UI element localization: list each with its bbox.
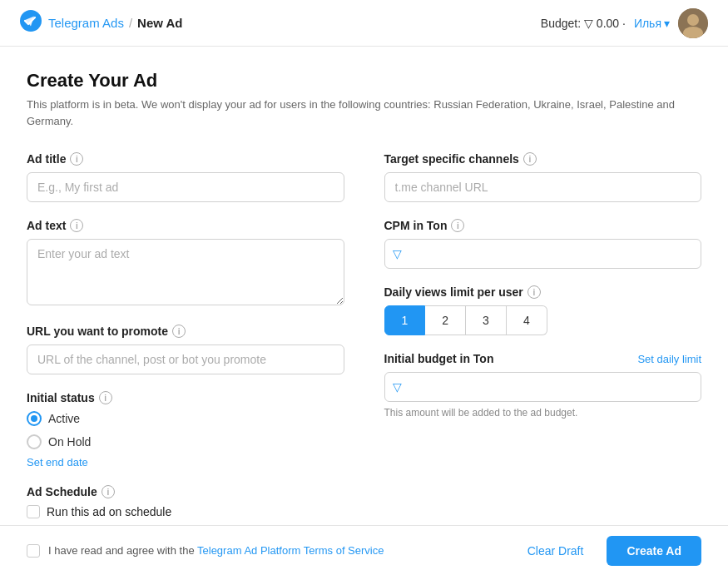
ad-title-label: Ad title i xyxy=(27,152,344,166)
header-right: Budget: ▽ 0.00 · Илья ▾ xyxy=(541,8,708,38)
daily-views-btn-4[interactable]: 4 xyxy=(507,305,547,335)
ad-title-group: Ad title i xyxy=(27,152,344,202)
ad-title-input[interactable] xyxy=(27,172,344,202)
initial-status-group: Initial status i Active On Hold Set end … xyxy=(27,391,344,468)
breadcrumb-link[interactable]: Telegram Ads xyxy=(48,16,124,30)
tos-checkbox[interactable] xyxy=(27,544,40,558)
status-radio-group: Active On Hold xyxy=(27,411,344,449)
schedule-checkbox-label: Run this ad on schedule xyxy=(47,505,171,518)
footer-right: Clear Draft Create Ad xyxy=(514,536,701,566)
cpm-label: CPM in Ton i xyxy=(384,219,702,232)
url-label: URL you want to promote i xyxy=(27,325,344,338)
budget-input-wrap: ▽ 0.00 xyxy=(384,372,702,402)
status-onhold-item[interactable]: On Hold xyxy=(27,434,344,449)
initial-status-info-icon[interactable]: i xyxy=(99,391,112,404)
budget-hint: This amount will be added to the ad budg… xyxy=(384,407,702,419)
form-grid: Ad title i Ad text i URL you want to pro… xyxy=(27,152,701,535)
status-active-radio[interactable] xyxy=(27,411,42,426)
ad-title-info-icon[interactable]: i xyxy=(70,152,83,166)
target-channels-info-icon[interactable]: i xyxy=(523,152,537,166)
budget-input[interactable]: 0.00 xyxy=(384,372,702,402)
user-avatar[interactable] xyxy=(678,8,708,38)
daily-views-info-icon[interactable]: i xyxy=(527,285,541,299)
daily-views-btn-2[interactable]: 2 xyxy=(425,305,466,335)
initial-budget-group: Initial budget in Ton Set daily limit ▽ … xyxy=(384,352,702,419)
schedule-checkbox[interactable] xyxy=(27,505,40,518)
set-daily-limit-link[interactable]: Set daily limit xyxy=(637,353,701,365)
url-group: URL you want to promote i xyxy=(27,325,344,374)
ad-text-info-icon[interactable]: i xyxy=(70,219,83,232)
ad-text-label: Ad text i xyxy=(27,219,344,232)
footer-bar: I have read and agree with the Telegram … xyxy=(0,525,728,575)
status-onhold-radio[interactable] xyxy=(27,434,42,449)
cpm-group: CPM in Ton i ▽ 0.00 xyxy=(384,219,702,269)
clear-draft-button[interactable]: Clear Draft xyxy=(514,538,597,564)
ad-text-group: Ad text i xyxy=(27,219,344,308)
svg-point-2 xyxy=(687,14,699,26)
footer-left: I have read and agree with the Telegram … xyxy=(27,544,384,558)
form-right-col: Target specific channels i CPM in Ton i … xyxy=(384,152,702,535)
status-onhold-label: On Hold xyxy=(48,435,91,449)
status-active-item[interactable]: Active xyxy=(27,411,344,426)
ad-schedule-group: Ad Schedule i Run this ad on schedule xyxy=(27,485,344,518)
target-channels-group: Target specific channels i xyxy=(384,152,702,202)
target-channels-input[interactable] xyxy=(384,172,702,202)
user-menu[interactable]: Илья ▾ xyxy=(634,17,670,30)
budget-ton-icon: ▽ xyxy=(393,380,402,394)
url-info-icon[interactable]: i xyxy=(172,325,186,338)
breadcrumb: Telegram Ads / New Ad xyxy=(48,16,183,30)
main-content: Create Your Ad This platform is in beta.… xyxy=(0,47,728,575)
ad-schedule-info-icon[interactable]: i xyxy=(102,485,115,498)
tos-link[interactable]: Telegram Ad Platform Terms of Service xyxy=(197,544,384,557)
initial-budget-header: Initial budget in Ton Set daily limit xyxy=(384,352,702,365)
initial-status-label: Initial status i xyxy=(27,391,344,404)
daily-views-btn-3[interactable]: 3 xyxy=(466,305,507,335)
cpm-input[interactable]: 0.00 xyxy=(384,239,702,269)
ad-schedule-label: Ad Schedule i xyxy=(27,485,344,498)
initial-budget-label: Initial budget in Ton xyxy=(384,352,494,365)
breadcrumb-separator: / xyxy=(129,16,132,30)
target-channels-label: Target specific channels i xyxy=(384,152,702,166)
cpm-ton-icon: ▽ xyxy=(393,247,402,260)
daily-views-buttons: 1 2 3 4 xyxy=(384,305,702,335)
daily-views-group: Daily views limit per user i 1 2 3 4 xyxy=(384,285,702,335)
header: Telegram Ads / New Ad Budget: ▽ 0.00 · И… xyxy=(0,0,728,47)
budget-display: Budget: ▽ 0.00 · xyxy=(541,17,626,30)
telegram-logo-icon xyxy=(20,10,42,37)
form-left-col: Ad title i Ad text i URL you want to pro… xyxy=(27,152,344,535)
daily-views-label: Daily views limit per user i xyxy=(384,285,702,299)
status-active-label: Active xyxy=(48,412,80,425)
url-input[interactable] xyxy=(27,345,344,374)
cpm-info-icon[interactable]: i xyxy=(451,219,464,232)
set-end-date-link[interactable]: Set end date xyxy=(27,456,88,468)
create-ad-button[interactable]: Create Ad xyxy=(607,536,701,566)
cpm-input-wrap: ▽ 0.00 xyxy=(384,239,702,269)
daily-views-btn-1[interactable]: 1 xyxy=(384,305,426,335)
schedule-checkbox-item[interactable]: Run this ad on schedule xyxy=(27,505,344,518)
footer-tos-text: I have read and agree with the Telegram … xyxy=(48,544,384,557)
header-left: Telegram Ads / New Ad xyxy=(20,10,183,37)
breadcrumb-current: New Ad xyxy=(137,16,182,30)
page-title: Create Your Ad xyxy=(27,70,701,92)
ad-text-input[interactable] xyxy=(27,239,344,305)
beta-notice: This platform is in beta. We won't displ… xyxy=(27,97,701,129)
